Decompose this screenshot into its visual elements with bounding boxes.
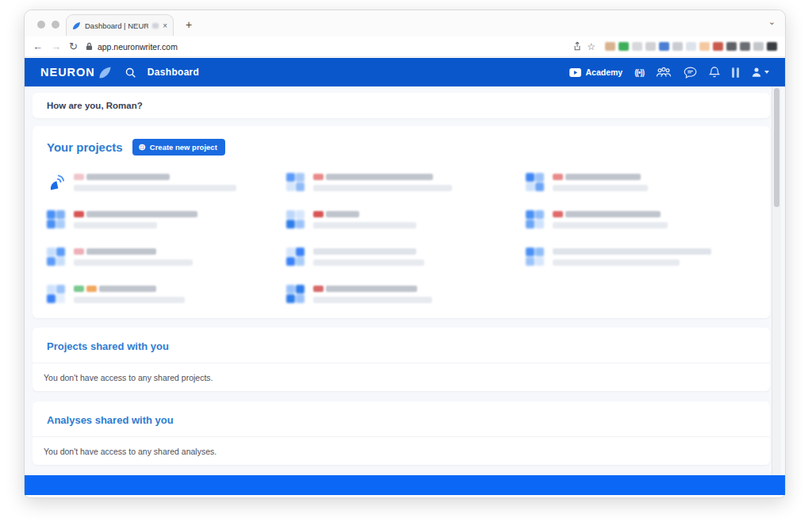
create-button-label: Create new project — [150, 143, 217, 152]
shared-analyses-empty-message: You don't have access to any shared anal… — [33, 437, 770, 466]
project-redacted-text — [74, 283, 185, 303]
projects-title: Your projects — [47, 140, 123, 154]
shared-projects-title: Projects shared with you — [47, 340, 169, 352]
shared-projects-header: Projects shared with you — [33, 328, 770, 363]
project-favicon — [286, 285, 304, 303]
extension-icon[interactable] — [753, 42, 764, 51]
chevron-down-icon[interactable]: ⌄ — [768, 17, 776, 27]
greeting-card: How are you, Roman? — [33, 93, 770, 118]
project-redacted-text — [553, 171, 648, 191]
bookmark-star-icon[interactable]: ☆ — [587, 41, 596, 52]
extensions-tray[interactable] — [605, 42, 777, 51]
project-item[interactable] — [47, 283, 277, 309]
app-footer — [25, 475, 785, 495]
extension-icon[interactable] — [699, 42, 710, 51]
back-icon[interactable]: ← — [33, 40, 43, 52]
project-item[interactable] — [47, 246, 277, 271]
project-item[interactable] — [286, 209, 516, 234]
new-tab-button[interactable]: + — [182, 17, 196, 32]
project-item[interactable] — [526, 171, 756, 197]
caret-down-icon — [764, 71, 769, 74]
shared-projects-card: Projects shared with you You don't have … — [33, 328, 770, 391]
project-favicon — [286, 248, 304, 266]
forward-icon[interactable]: → — [51, 40, 61, 52]
project-redacted-text — [313, 171, 452, 191]
project-item[interactable] — [286, 171, 516, 197]
project-favicon — [47, 210, 65, 228]
close-window-button[interactable] — [37, 21, 45, 29]
tab-title: Dashboard | NEURONwriter - — [85, 21, 148, 30]
extension-icon[interactable] — [740, 42, 750, 51]
create-new-project-button[interactable]: ⊕ Create new project — [132, 139, 225, 155]
extension-icon[interactable] — [605, 42, 615, 51]
shared-analyses-header: Analyses shared with you — [33, 401, 770, 437]
toolbar-right: ☆ — [573, 41, 777, 52]
project-favicon — [47, 285, 65, 303]
extension-icon[interactable] — [672, 42, 683, 51]
satellite-icon — [47, 173, 65, 191]
dashboard-body: How are you, Roman? Your projects ⊕ Crea… — [25, 86, 785, 475]
url-text: app.neuronwriter.com — [98, 42, 178, 52]
tab-close-icon[interactable]: × — [163, 21, 167, 30]
user-menu[interactable] — [751, 67, 769, 78]
minimize-window-button[interactable] — [52, 21, 59, 29]
project-redacted-text — [553, 209, 668, 228]
reload-icon[interactable]: ↻ — [69, 40, 78, 52]
tab-strip: Dashboard | NEURONwriter - × + ⌄ — [25, 10, 785, 36]
academy-label: Academy — [585, 67, 622, 77]
browser-toolbar: ← → ↻ app.neuronwriter.com ☆ — [25, 36, 785, 57]
broadcast-icon[interactable]: ((•)) — [634, 68, 644, 77]
project-item[interactable] — [286, 283, 516, 309]
project-favicon — [286, 210, 304, 228]
project-redacted-text — [313, 246, 424, 266]
plus-icon: ⊕ — [139, 143, 146, 152]
project-item[interactable] — [526, 246, 756, 271]
padlock-icon — [86, 42, 93, 51]
extension-icon[interactable] — [767, 42, 777, 51]
scrollbar-thumb[interactable] — [774, 88, 779, 207]
project-item[interactable] — [47, 209, 277, 234]
project-favicon — [526, 248, 544, 266]
shared-projects-empty-message: You don't have access to any shared proj… — [33, 363, 770, 392]
tab-title-redacted — [152, 23, 159, 29]
extension-icon[interactable] — [619, 42, 629, 51]
page-title: Dashboard — [147, 67, 199, 78]
extension-icon[interactable] — [686, 42, 696, 51]
extension-icon[interactable] — [713, 42, 723, 51]
projects-grid — [47, 171, 756, 309]
project-redacted-text — [553, 246, 711, 266]
project-favicon — [526, 210, 544, 228]
neuron-logo[interactable]: NEURON — [40, 66, 112, 79]
your-projects-card: Your projects ⊕ Create new project — [33, 126, 770, 318]
app-header: NEURON Dashboard Academy ((•)) — [25, 58, 785, 86]
extension-icon[interactable] — [632, 42, 642, 51]
project-redacted-text — [313, 283, 432, 303]
logo-text: NEURON — [40, 66, 95, 79]
share-icon[interactable] — [573, 41, 582, 52]
academy-link[interactable]: Academy — [569, 67, 622, 77]
project-favicon — [286, 173, 304, 191]
project-item[interactable] — [286, 246, 516, 271]
tab-favicon-feather-icon — [72, 21, 81, 30]
feather-logo-icon — [98, 66, 112, 79]
users-icon[interactable] — [656, 67, 672, 78]
shared-analyses-title: Analyses shared with you — [47, 414, 174, 426]
browser-window: Dashboard | NEURONwriter - × + ⌄ ← → ↻ a… — [24, 10, 786, 498]
projects-header: Your projects ⊕ Create new project — [47, 139, 756, 155]
project-item[interactable] — [47, 171, 277, 197]
project-redacted-text — [74, 171, 236, 191]
search-icon[interactable] — [124, 67, 136, 79]
bell-icon[interactable] — [709, 66, 720, 79]
chat-icon[interactable] — [684, 67, 697, 79]
project-favicon — [526, 173, 544, 191]
extension-icon[interactable] — [645, 42, 656, 51]
page-scrollbar[interactable] — [772, 86, 781, 475]
extension-icon[interactable] — [726, 42, 737, 51]
project-redacted-text — [74, 246, 193, 266]
header-actions: Academy ((•)) — [569, 66, 769, 79]
browser-tab[interactable]: Dashboard | NEURONwriter - × — [66, 14, 174, 36]
address-bar[interactable]: app.neuronwriter.com — [86, 42, 565, 52]
extension-icon[interactable] — [659, 42, 669, 51]
columns-icon[interactable] — [732, 67, 739, 78]
project-item[interactable] — [526, 209, 756, 234]
